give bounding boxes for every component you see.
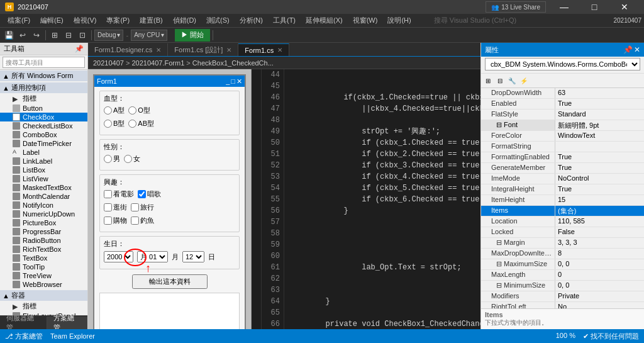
tab-close-designer-view[interactable]: ✕: [226, 47, 231, 53]
menu-help[interactable]: 說明(H): [382, 14, 416, 28]
form-minimize[interactable]: _: [226, 77, 230, 86]
cb-fish[interactable]: 釣魚: [131, 216, 154, 225]
tab-form1-cs[interactable]: Form1.cs ✕: [238, 43, 289, 56]
form-maximize[interactable]: □: [231, 77, 235, 86]
menu-project[interactable]: 專案(P): [101, 14, 135, 28]
tab-server-explorer[interactable]: 伺服器總管: [0, 317, 47, 329]
props-row[interactable]: MaxDropDownItems8: [481, 249, 644, 259]
cb-shop[interactable]: 逛街: [104, 203, 127, 212]
radio-female[interactable]: 女: [124, 154, 140, 164]
tab-close-designer-cs[interactable]: ✕: [156, 47, 161, 53]
toolbox-item-datetimepicker[interactable]: DateTimePicker: [0, 139, 87, 148]
props-row[interactable]: ⊟ Margin3, 3, 3: [481, 238, 644, 249]
day-select[interactable]: 12: [182, 251, 204, 262]
props-pin-icon[interactable]: 📌: [623, 45, 633, 54]
month-select[interactable]: 月 01: [137, 251, 168, 262]
cb-travel[interactable]: 旅行: [131, 203, 154, 212]
toolbox-item-checkbox[interactable]: CheckBox: [0, 113, 87, 121]
props-sort-alpha[interactable]: ⊟: [494, 75, 506, 86]
toolbox-item-checkedlistbox[interactable]: CheckedListBox: [0, 121, 87, 130]
props-sort-category[interactable]: ⊞: [482, 75, 494, 86]
toolbar-btn-1[interactable]: ⊞: [48, 29, 61, 42]
radio-a[interactable]: A型: [104, 106, 125, 115]
output-button[interactable]: 輸出這本資料: [132, 274, 208, 289]
tab-close-form1-cs[interactable]: ✕: [277, 47, 282, 53]
menu-window[interactable]: 視窗(W): [348, 14, 383, 28]
toolbox-item-pointer[interactable]: ▶指標: [0, 93, 87, 104]
props-row[interactable]: ForeColorWindowText: [481, 131, 644, 142]
props-row[interactable]: ImeModeNoControl: [481, 174, 644, 184]
menu-tools[interactable]: 工具(T): [268, 14, 301, 28]
toolbox-item-tooltip[interactable]: ToolTip: [0, 262, 87, 271]
toolbox-item-treeview[interactable]: TreeView: [0, 271, 87, 280]
radio-male[interactable]: 男: [104, 154, 120, 164]
props-row[interactable]: DropDownWidth63: [481, 88, 644, 99]
props-events-btn[interactable]: ⚡: [518, 75, 530, 86]
toolbox-item-picturebox[interactable]: PictureBox: [0, 218, 87, 227]
toolbox-item-webbrowser[interactable]: WebBrowser: [0, 280, 87, 289]
minimize-button[interactable]: —: [550, 0, 579, 14]
close-button[interactable]: ✕: [610, 0, 639, 14]
menu-test[interactable]: 測試(S): [201, 14, 235, 28]
toolbar-redo[interactable]: ↪: [30, 29, 43, 42]
toolbar-btn-3[interactable]: ⊡: [76, 29, 89, 42]
toolbox-item-linklabel[interactable]: LinkLabel: [0, 157, 87, 166]
menu-analyze[interactable]: 分析(N): [235, 14, 268, 28]
radio-o[interactable]: O型: [128, 106, 150, 115]
props-row[interactable]: FormattingEnabledTrue: [481, 152, 644, 163]
cb-movie[interactable]: 看電影: [104, 189, 134, 199]
cb-pets[interactable]: 購物: [104, 216, 127, 225]
toolbox-item-notifyicon[interactable]: NotifyIcon: [0, 201, 87, 210]
props-row[interactable]: LockedFalse: [481, 227, 644, 238]
radio-b[interactable]: B型: [104, 119, 125, 128]
props-row[interactable]: ⊟ MaximumSize0, 0: [481, 259, 644, 270]
menu-edit[interactable]: 編輯(E): [35, 14, 69, 28]
cb-sing[interactable]: 唱歌: [138, 189, 161, 199]
props-row[interactable]: RightToLeftNo: [481, 302, 644, 308]
debug-dropdown[interactable]: Debug▾: [94, 30, 123, 41]
toolbox-pin-icon[interactable]: 📌: [75, 45, 84, 53]
toolbox-item-textbox[interactable]: TextBox: [0, 254, 87, 262]
toolbox-section-header-container[interactable]: ▲ 容器: [0, 290, 87, 301]
toolbar-btn-2[interactable]: ⊟: [62, 29, 75, 42]
props-row[interactable]: MaxLength0: [481, 270, 644, 281]
menu-extensions[interactable]: 延伸模組(X): [301, 14, 348, 28]
toolbox-section-header-all[interactable]: ▲ 所有 Windows Form: [0, 70, 87, 81]
toolbox-item-container-pointer[interactable]: ▶指標: [0, 301, 87, 312]
props-row[interactable]: IntegralHeightTrue: [481, 184, 644, 195]
run-button[interactable]: ▶ 開始: [175, 29, 210, 42]
tab-solution-explorer[interactable]: 方案總管: [47, 317, 87, 329]
toolbox-item-radiobutton[interactable]: RadioButton: [0, 236, 87, 245]
liveshare-button[interactable]: 👥 13 Live Share: [486, 1, 546, 13]
menu-file[interactable]: 檔案(F): [3, 14, 35, 28]
toolbox-search-input[interactable]: [3, 57, 85, 68]
props-row[interactable]: Location110, 585: [481, 216, 644, 227]
props-row[interactable]: EnabledTrue: [481, 99, 644, 110]
radio-ab[interactable]: AB型: [128, 119, 154, 128]
menu-view[interactable]: 檢視(V): [69, 14, 102, 28]
toolbox-item-richtextbox[interactable]: RichTextBox: [0, 245, 87, 254]
props-row[interactable]: FlatStyleStandard: [481, 110, 644, 120]
toolbox-item-listbox[interactable]: ListBox: [0, 166, 87, 174]
props-row[interactable]: ⊟ MinimumSize0, 0: [481, 281, 644, 291]
menu-build[interactable]: 建置(B): [135, 14, 168, 28]
toolbox-item-listview[interactable]: ListView: [0, 174, 87, 183]
toolbox-item-button[interactable]: Button: [0, 104, 87, 113]
toolbox-section-header-common[interactable]: ▲ 通用控制項: [0, 82, 87, 93]
tab-designer-cs[interactable]: Form1.Designer.cs ✕: [88, 43, 168, 56]
props-row[interactable]: ⊟ Font新細明體, 9pt: [481, 120, 644, 131]
toolbox-item-numericupdown[interactable]: NumericUpDown: [0, 210, 87, 218]
props-row[interactable]: ModifiersPrivate: [481, 291, 644, 302]
props-close-icon[interactable]: ✕: [634, 45, 640, 54]
props-row[interactable]: GenerateMemberTrue: [481, 163, 644, 174]
toolbox-item-monthcalendar[interactable]: MonthCalendar: [0, 192, 87, 201]
toolbox-item-maskedtextbox[interactable]: MaskedTextBox: [0, 183, 87, 192]
toolbar-save[interactable]: 💾: [3, 29, 15, 42]
year-select[interactable]: 2000: [104, 251, 133, 262]
toolbox-item-progressbar[interactable]: ProgressBar: [0, 227, 87, 236]
toolbox-item-combobox[interactable]: ComboBox: [0, 130, 87, 139]
toolbar-undo[interactable]: ↩: [16, 29, 29, 42]
maximize-button[interactable]: □: [580, 0, 609, 14]
cpu-dropdown[interactable]: Any CPU▾: [131, 30, 167, 41]
menu-debug[interactable]: 偵錯(D): [168, 14, 201, 28]
